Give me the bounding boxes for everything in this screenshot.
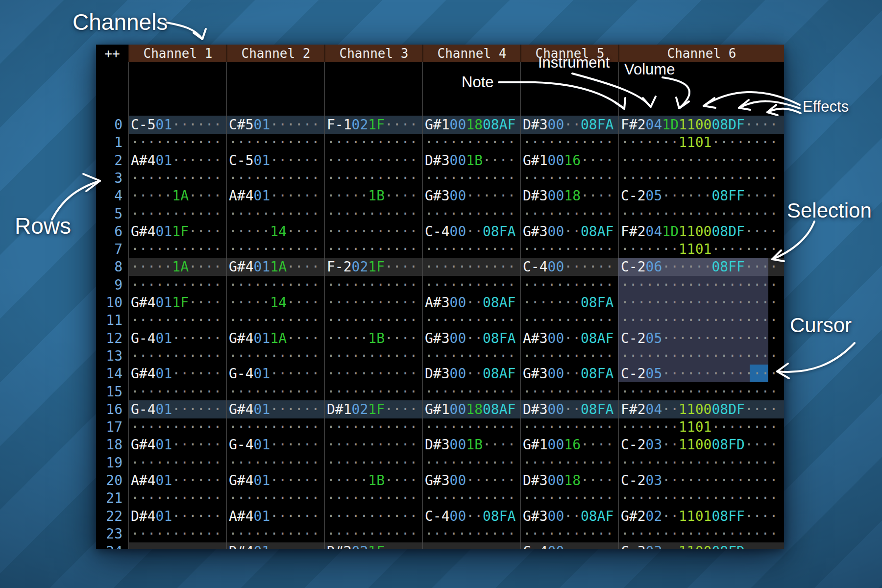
pattern-cell-ch6[interactable]: F#204··110008DF···· [621, 400, 778, 418]
pattern-cell-ch1[interactable]: G-401······ [131, 329, 221, 347]
pattern-cell-ch3[interactable]: ··········· [327, 240, 417, 258]
pattern-cell-ch4[interactable]: G#300······ [425, 187, 515, 205]
pattern-cell-ch4[interactable]: A#300··08AF [425, 294, 515, 312]
pattern-cell-ch2[interactable]: C#501······ [229, 116, 319, 134]
pattern-cell-ch4[interactable]: D#3001B···· [425, 151, 515, 170]
pattern-cell-ch4[interactable]: ··········· [425, 240, 515, 258]
pattern-cell-ch4[interactable]: ··········· [425, 383, 515, 401]
pattern-cell-ch1[interactable]: ··········· [131, 454, 221, 472]
pattern-cell-ch3[interactable]: ··········· [327, 383, 417, 401]
pattern-cell-ch6[interactable]: F#2041D110008DF···· [621, 116, 778, 134]
pattern-cell-ch4[interactable]: ··········· [425, 542, 515, 549]
pattern-cell-ch3[interactable]: ··········· [327, 507, 417, 525]
pattern-cell-ch6[interactable]: G#202··110108FF···· [621, 507, 778, 525]
pattern-cell-ch2[interactable]: G-401······ [229, 365, 319, 383]
pattern-cell-ch5[interactable]: D#30018···· [523, 187, 613, 205]
pattern-row[interactable]: 10G#4011F·········14···············A#300… [96, 294, 784, 312]
pattern-cell-ch4[interactable]: D#3001B···· [425, 436, 515, 454]
pattern-cell-ch4[interactable]: ··········· [425, 258, 515, 276]
pattern-cell-ch6[interactable]: C-205·············· [621, 365, 778, 383]
pattern-cell-ch1[interactable]: A#401······ [131, 471, 221, 490]
pattern-cell-ch2[interactable]: ··········· [229, 169, 319, 187]
pattern-row[interactable]: 18G#401······G-401·················D#300… [96, 436, 784, 454]
pattern-row[interactable]: 12G-401······G#4011A·········1B····G#300… [96, 329, 784, 347]
pattern-row[interactable]: 17······································… [96, 418, 784, 436]
pattern-cell-ch3[interactable]: F-2021F···· [327, 258, 417, 276]
pattern-cell-ch1[interactable]: G#401······ [131, 365, 221, 383]
pattern-cell-ch1[interactable]: ··········· [131, 133, 221, 151]
pattern-cell-ch6[interactable]: ··················· [621, 311, 778, 329]
pattern-cell-ch6[interactable]: C-205······08FF···· [621, 187, 778, 205]
pattern-row[interactable]: 6G#4011F·········14···············C-400·… [96, 222, 784, 241]
pattern-cell-ch2[interactable]: ··········· [229, 347, 319, 365]
pattern-row[interactable]: 15······································… [96, 383, 784, 401]
pattern-cell-ch4[interactable]: ··········· [425, 347, 515, 365]
channel-header-2[interactable]: Channel 2 [226, 45, 324, 62]
pattern-cell-ch5[interactable]: C-400······ [523, 258, 613, 276]
pattern-cell-ch1[interactable]: ·····1A···· [131, 258, 221, 276]
pattern-cell-ch6[interactable]: ··················· [621, 276, 778, 294]
pattern-cell-ch4[interactable]: G#300··08FA [425, 329, 515, 347]
channel-header-6[interactable]: Channel 6 [618, 45, 784, 62]
pattern-cell-ch1[interactable]: ··········· [131, 418, 221, 436]
pattern-cell-ch4[interactable]: ··········· [425, 525, 515, 543]
pattern-cell-ch2[interactable]: ··········· [229, 489, 319, 507]
pattern-row[interactable]: 20A#401······G#401···········1B····G#300… [96, 471, 784, 490]
pattern-cell-ch3[interactable]: ·····1B···· [327, 471, 417, 490]
pattern-cell-ch5[interactable]: ··········· [523, 347, 613, 365]
pattern-row[interactable]: 2A#401······C-501·················D#3001… [96, 151, 784, 170]
pattern-cell-ch6[interactable]: ··················· [621, 347, 778, 365]
pattern-cell-ch5[interactable]: D#300··08FA [523, 400, 613, 418]
pattern-cell-ch3[interactable]: ··········· [327, 311, 417, 329]
pattern-cell-ch4[interactable]: G#1001808AF [425, 116, 515, 134]
pattern-cell-ch3[interactable]: D#1021F···· [327, 400, 417, 418]
pattern-cell-ch1[interactable]: ··········· [131, 347, 221, 365]
pattern-row[interactable]: 22D#401······A#401·················C-400… [96, 507, 784, 525]
pattern-cell-ch1[interactable]: D#401······ [131, 507, 221, 525]
pattern-cell-ch6[interactable]: ··················· [621, 489, 778, 507]
pattern-row[interactable]: 0C-501······C#501······F-1021F····G#1001… [96, 116, 784, 134]
pattern-cell-ch5[interactable]: ··········· [523, 418, 613, 436]
pattern-cell-ch2[interactable]: G#4011A···· [229, 329, 319, 347]
pattern-cell-ch2[interactable]: G-401······ [229, 436, 319, 454]
pattern-cell-ch2[interactable]: ··········· [229, 205, 319, 223]
pattern-cell-ch5[interactable]: D#300··08FA [523, 116, 613, 134]
pattern-cell-ch4[interactable]: ··········· [425, 276, 515, 294]
pattern-row[interactable]: 9·······································… [96, 276, 784, 294]
channel-header-1[interactable]: Channel 1 [128, 45, 226, 62]
pattern-cell-ch3[interactable]: ··········· [327, 294, 417, 312]
pattern-cell-ch3[interactable]: ··········· [327, 418, 417, 436]
pattern-cell-ch2[interactable]: G#401······ [229, 471, 319, 490]
pattern-row[interactable]: 24···········D#401······D#2021F·········… [96, 542, 784, 549]
pattern-cell-ch6[interactable]: C-205·············· [621, 329, 778, 347]
pattern-cell-ch3[interactable]: ··········· [327, 436, 417, 454]
channel-header-3[interactable]: Channel 3 [324, 45, 422, 62]
pattern-cell-ch2[interactable]: G#401······ [229, 400, 319, 418]
pattern-cell-ch5[interactable]: C-400······ [523, 542, 613, 549]
pattern-cell-ch1[interactable]: ··········· [131, 542, 221, 549]
pattern-cell-ch4[interactable]: ··········· [425, 454, 515, 472]
pattern-cell-ch6[interactable]: ·······1101········ [621, 418, 778, 436]
pattern-cell-ch6[interactable]: ·······1101········ [621, 240, 778, 258]
pattern-cell-ch1[interactable]: ··········· [131, 169, 221, 187]
pattern-cell-ch5[interactable]: ··········· [523, 240, 613, 258]
pattern-row[interactable]: 5·······································… [96, 205, 784, 223]
pattern-cell-ch1[interactable]: G#4011F···· [131, 294, 221, 312]
pattern-cell-ch3[interactable]: ··········· [327, 365, 417, 383]
pattern-cell-ch5[interactable]: ··········· [523, 454, 613, 472]
pattern-cell-ch1[interactable]: ··········· [131, 205, 221, 223]
pattern-row[interactable]: 7·······································… [96, 240, 784, 258]
pattern-cell-ch5[interactable]: G#10016···· [523, 151, 613, 170]
pattern-cell-ch2[interactable]: G#4011A···· [229, 258, 319, 276]
pattern-row[interactable]: 13······································… [96, 347, 784, 365]
pattern-cell-ch5[interactable]: G#300··08AF [523, 222, 613, 241]
pattern-row[interactable]: 1·······································… [96, 133, 784, 151]
pattern-cell-ch1[interactable]: G#4011F···· [131, 222, 221, 241]
pattern-cell-ch1[interactable]: ··········· [131, 276, 221, 294]
pattern-cell-ch5[interactable]: ··········· [523, 133, 613, 151]
pattern-cell-ch2[interactable]: C-501······ [229, 151, 319, 170]
pattern-cell-ch5[interactable]: ··········· [523, 276, 613, 294]
pattern-cell-ch2[interactable]: ··········· [229, 240, 319, 258]
pattern-cell-ch6[interactable]: C-203··110008FD···· [621, 436, 778, 454]
pattern-cell-ch3[interactable]: ··········· [327, 489, 417, 507]
